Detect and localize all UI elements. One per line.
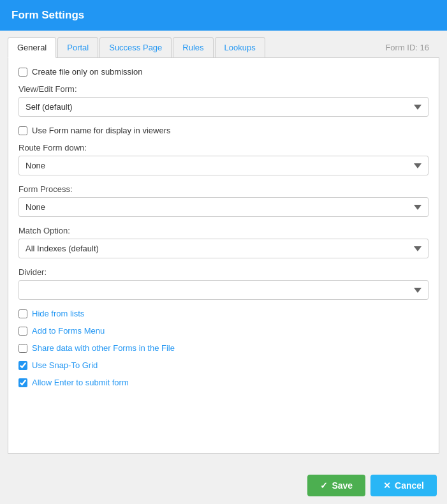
- content-area: Create file only on submission View/Edit…: [8, 58, 439, 454]
- modal: Form Settings General Portal Success Pag…: [0, 0, 447, 504]
- share-data-row: Share data with other Forms in the File: [18, 343, 429, 353]
- add-to-forms-menu-checkbox[interactable]: [18, 327, 27, 336]
- divider-group: Divider:: [18, 267, 429, 300]
- route-form-select[interactable]: None: [18, 156, 429, 175]
- view-edit-form-group: View/Edit Form: Self (default): [18, 84, 429, 117]
- use-snap-label: Use Snap-To Grid: [32, 360, 98, 370]
- tab-lookups[interactable]: Lookups: [215, 37, 265, 57]
- add-to-forms-menu-row: Add to Forms Menu: [18, 326, 429, 336]
- tab-portal[interactable]: Portal: [57, 37, 98, 57]
- create-file-label: Create file only on submission: [32, 67, 142, 77]
- tab-success-page[interactable]: Success Page: [99, 37, 172, 57]
- form-process-label: Form Process:: [18, 184, 429, 194]
- match-option-group: Match Option: All Indexes (default): [18, 226, 429, 258]
- match-option-label: Match Option:: [18, 226, 429, 235]
- divider-select[interactable]: [18, 280, 429, 300]
- allow-enter-checkbox[interactable]: [18, 378, 27, 387]
- add-to-forms-menu-label: Add to Forms Menu: [32, 326, 105, 336]
- create-file-checkbox[interactable]: [18, 68, 27, 77]
- cancel-button[interactable]: Cancel: [370, 475, 437, 496]
- modal-footer: Save Cancel: [0, 467, 447, 504]
- save-label: Save: [332, 480, 353, 491]
- tab-general[interactable]: General: [8, 37, 56, 58]
- tab-bar: General Portal Success Page Rules Lookup…: [8, 37, 439, 58]
- use-form-name-label: Use Form name for display in viewers: [32, 126, 170, 135]
- create-file-row: Create file only on submission: [18, 67, 429, 77]
- route-form-label: Route Form down:: [18, 143, 429, 152]
- modal-body: General Portal Success Page Rules Lookup…: [0, 31, 447, 467]
- match-option-select[interactable]: All Indexes (default): [18, 239, 429, 258]
- use-form-name-row: Use Form name for display in viewers: [18, 126, 429, 135]
- hide-from-lists-row: Hide from lists: [18, 309, 429, 318]
- form-process-select[interactable]: None: [18, 197, 429, 217]
- view-edit-form-select[interactable]: Self (default): [18, 97, 429, 117]
- divider-label: Divider:: [18, 267, 429, 277]
- modal-header: Form Settings: [0, 0, 447, 31]
- share-data-label: Share data with other Forms in the File: [32, 343, 175, 353]
- hide-from-lists-label: Hide from lists: [32, 309, 84, 318]
- use-snap-row: Use Snap-To Grid: [18, 360, 429, 370]
- share-data-checkbox[interactable]: [18, 344, 27, 353]
- hide-from-lists-checkbox[interactable]: [18, 309, 27, 318]
- tab-form-id: Form ID: 16: [376, 38, 438, 57]
- allow-enter-row: Allow Enter to submit form: [18, 378, 429, 387]
- cancel-icon: [383, 480, 391, 491]
- allow-enter-label: Allow Enter to submit form: [32, 378, 129, 387]
- use-form-name-checkbox[interactable]: [18, 126, 27, 135]
- form-process-group: Form Process: None: [18, 184, 429, 217]
- view-edit-form-label: View/Edit Form:: [18, 84, 429, 94]
- use-snap-checkbox[interactable]: [18, 361, 27, 370]
- save-icon: [320, 480, 328, 491]
- tab-rules[interactable]: Rules: [173, 37, 213, 57]
- route-form-group: Route Form down: None: [18, 143, 429, 175]
- modal-title: Form Settings: [11, 9, 84, 21]
- save-button[interactable]: Save: [307, 475, 365, 496]
- cancel-label: Cancel: [395, 480, 424, 491]
